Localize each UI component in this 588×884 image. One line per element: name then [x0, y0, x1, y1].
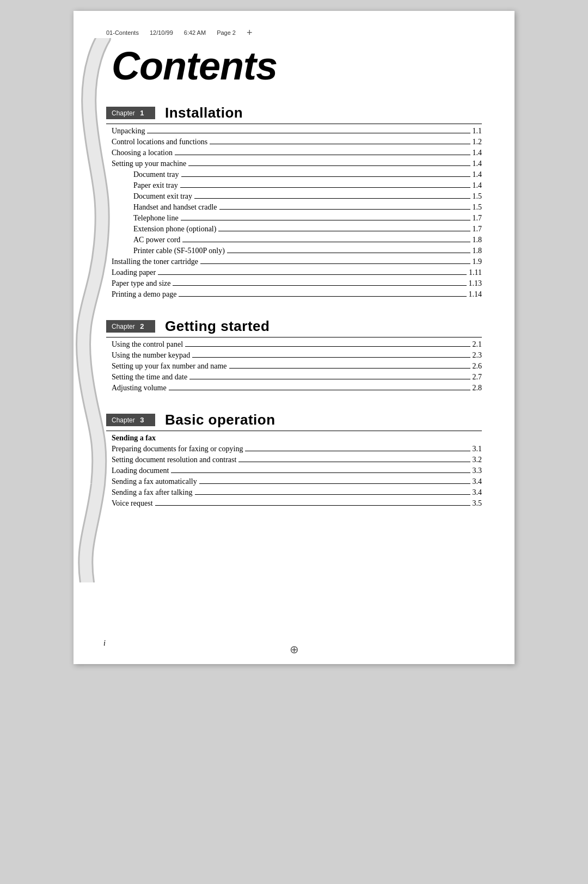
toc-dots	[169, 390, 470, 390]
toc-entry: Paper exit tray1.4	[133, 181, 482, 190]
toc-entry: Using the number keypad2.3	[112, 351, 482, 360]
toc-entry: Document tray1.4	[133, 170, 482, 179]
toc-entry-label: Extension phone (optional)	[133, 225, 216, 234]
toc-dots	[155, 505, 470, 506]
toc-entry-label: Control locations and functions	[112, 138, 207, 146]
meta-page: Page 2	[217, 29, 236, 36]
toc-entry: AC power cord1.8	[133, 236, 482, 244]
toc-page-number: 1.4	[473, 159, 482, 168]
page-title: Contents	[112, 44, 482, 88]
toc-dots	[181, 176, 470, 177]
toc-page-number: 1.14	[469, 290, 482, 299]
toc-dots	[192, 357, 470, 358]
toc-dots	[218, 231, 470, 231]
toc-dots	[182, 242, 470, 242]
meta-date: 12/10/99	[150, 29, 173, 36]
toc-page-number: 2.1	[473, 340, 482, 349]
toc-entry-label: Sending a fax automatically	[112, 477, 197, 486]
toc-entry-label: AC power cord	[133, 236, 180, 244]
toc-entry: Using the control panel2.1	[112, 340, 482, 349]
toc-page-number: 2.6	[473, 362, 482, 371]
toc-entry-label: Using the number keypad	[112, 351, 190, 360]
toc-dots	[195, 494, 470, 495]
toc-entry: Installing the toner cartridge1.9	[112, 257, 482, 266]
toc-entry-label: Document tray	[133, 170, 179, 179]
toc-entry-label: Preparing documents for faxing or copyin…	[112, 445, 243, 453]
crosshair-top	[247, 27, 258, 38]
chapter-2-num: 2	[140, 322, 144, 330]
chapter-3-header: Chapter 3 Basic operation	[106, 412, 482, 431]
toc-entry-label: Printer cable (SF-5100P only)	[133, 247, 225, 255]
chapter-1-header: Chapter 1 Installation	[106, 105, 482, 124]
chapter-2-badge: Chapter 2	[106, 320, 155, 333]
toc-page-number: 1.7	[473, 225, 482, 234]
toc-entry-label: Sending a fax after talking	[112, 488, 193, 497]
toc-entry: Choosing a location1.4	[112, 149, 482, 157]
toc-dots	[181, 220, 470, 220]
toc-entry-label: Loading paper	[112, 268, 156, 277]
toc-dots	[227, 253, 470, 253]
decorative-curl	[74, 38, 112, 582]
toc-entry-label: Setting up your machine	[112, 159, 186, 168]
toc-dots	[210, 144, 470, 144]
toc-page-number: 2.3	[473, 351, 482, 360]
chapter-2-section: Chapter 2 Getting started Using the cont…	[106, 318, 482, 392]
toc-dots	[219, 209, 470, 210]
page-meta: 01-Contents 12/10/99 6:42 AM Page 2	[106, 27, 482, 38]
toc-entry-label: Adjusting volume	[112, 384, 167, 392]
chapter-3-subheading: Sending a fax	[112, 434, 482, 443]
toc-entry-label: Choosing a location	[112, 149, 173, 157]
toc-entry: Sending a fax automatically3.4	[112, 477, 482, 486]
toc-entry: Handset and handset cradle1.5	[133, 203, 482, 212]
toc-entry-label: Voice request	[112, 499, 153, 508]
chapter-3-num: 3	[140, 416, 144, 424]
toc-page-number: 2.8	[473, 384, 482, 392]
toc-entry-label: Printing a demo page	[112, 290, 176, 299]
chapter-2-header: Chapter 2 Getting started	[106, 318, 482, 337]
toc-dots	[229, 368, 470, 369]
toc-dots	[200, 263, 470, 264]
toc-dots	[238, 462, 470, 462]
toc-page-number: 3.3	[473, 466, 482, 475]
toc-entry: Preparing documents for faxing or copyin…	[112, 445, 482, 453]
toc-entry: Document exit tray1.5	[133, 192, 482, 201]
toc-entry: Adjusting volume2.8	[112, 384, 482, 392]
toc-entry-label: Paper exit tray	[133, 181, 178, 190]
toc-entry: Setting document resolution and contrast…	[112, 456, 482, 464]
toc-page-number: 1.5	[473, 203, 482, 212]
toc-page-number: 3.1	[473, 445, 482, 453]
chapter-2-toc: Using the control panel2.1Using the numb…	[112, 340, 482, 392]
toc-entry: Setting the time and date2.7	[112, 373, 482, 382]
toc-entry: Paper type and size1.13	[112, 279, 482, 288]
toc-page-number: 3.4	[473, 488, 482, 497]
toc-dots	[179, 296, 466, 297]
toc-entry: Loading paper1.11	[112, 268, 482, 277]
meta-filename: 01-Contents	[106, 29, 139, 36]
chapter-3-word: Chapter	[112, 416, 135, 424]
chapter-2-title: Getting started	[165, 318, 270, 335]
toc-dots	[171, 472, 470, 473]
toc-entry-label: Paper type and size	[112, 279, 170, 288]
chapter-3-title: Basic operation	[165, 412, 275, 428]
crosshair-bottom: ⊕	[290, 643, 299, 656]
page: 01-Contents 12/10/99 6:42 AM Page 2 Cont…	[74, 11, 514, 664]
toc-entry-label: Setting document resolution and contrast	[112, 456, 236, 464]
toc-dots	[173, 285, 466, 286]
toc-dots	[147, 133, 470, 133]
toc-entry: Extension phone (optional)1.7	[133, 225, 482, 234]
toc-entry: Control locations and functions1.2	[112, 138, 482, 146]
toc-entry-label: Setting the time and date	[112, 373, 187, 382]
toc-entry-label: Loading document	[112, 466, 169, 475]
chapter-1-num: 1	[140, 109, 144, 117]
toc-entry-label: Document exit tray	[133, 192, 192, 201]
toc-dots	[180, 187, 470, 188]
meta-time: 6:42 AM	[184, 29, 206, 36]
toc-entry-label: Installing the toner cartridge	[112, 257, 198, 266]
toc-page-number: 2.7	[473, 373, 482, 382]
chapter-3-section: Chapter 3 Basic operation Sending a fax …	[106, 412, 482, 508]
toc-page-number: 1.1	[473, 127, 482, 136]
toc-page-number: 1.4	[473, 149, 482, 157]
toc-dots	[245, 451, 470, 451]
toc-entry: Setting up your fax number and name2.6	[112, 362, 482, 371]
toc-page-number: 3.4	[473, 477, 482, 486]
